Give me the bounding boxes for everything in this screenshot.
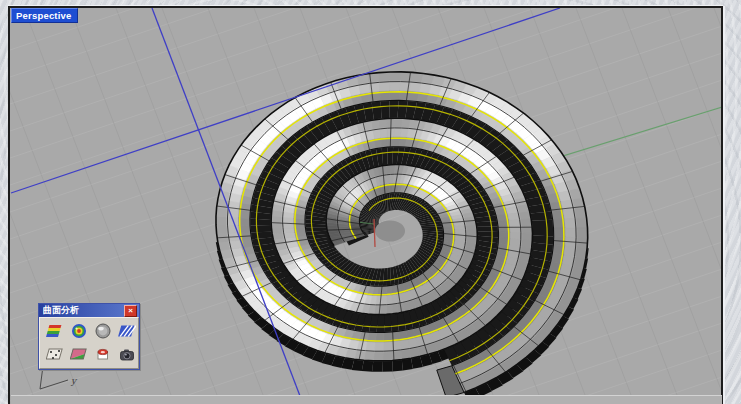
y-axis-label: y [70,376,78,386]
emap-camera-icon[interactable] [115,343,138,365]
surface-analysis-toolbar: 曲面分析 × [38,303,140,370]
bottom-edge-bar [11,395,722,404]
toolbar-title: 曲面分析 [43,304,124,317]
draft-angle-analysis-icon[interactable] [67,343,90,365]
environment-map-rainbow-icon[interactable] [67,320,90,342]
viewport-title[interactable]: Perspective [11,8,78,23]
zebra-analysis-icon[interactable] [115,320,138,342]
toolbar-titlebar[interactable]: 曲面分析 × [39,304,139,317]
application-window: Perspective z y 曲面分析 × [0,0,741,404]
curvature-analysis-icon[interactable] [43,320,66,342]
point-deviation-icon[interactable] [43,343,66,365]
environment-map-metal-icon[interactable] [91,320,114,342]
curvature-circle-icon[interactable] [91,343,114,365]
toolbar-body [39,317,139,369]
close-icon[interactable]: × [124,305,137,317]
